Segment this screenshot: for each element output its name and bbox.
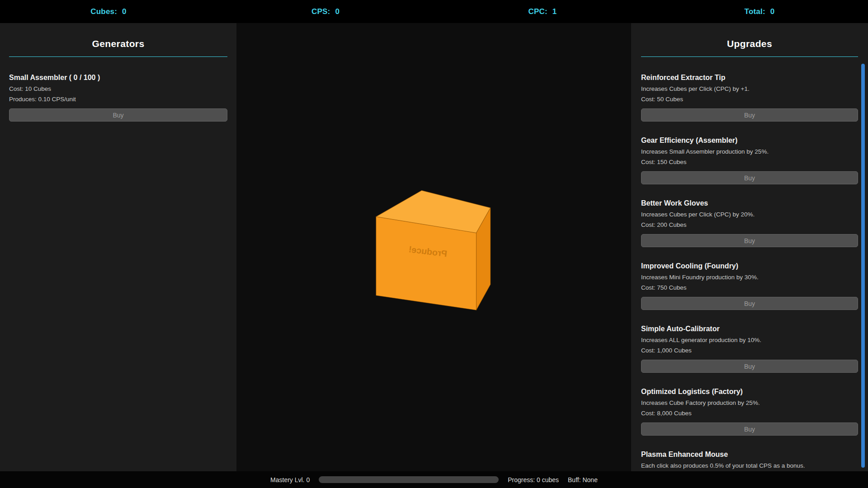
upgrade-name: Reinforced Extractor Tip: [641, 73, 858, 82]
generators-list: Small Assembler ( 0 / 100 ) Cost: 10 Cub…: [9, 73, 227, 122]
stat-cubes-label: Cubes:: [90, 7, 117, 16]
upgrade-name: Improved Cooling (Foundry): [641, 262, 858, 271]
buy-upgrade-button[interactable]: Buy: [641, 360, 858, 373]
upgrade-name: Optimized Logistics (Factory): [641, 387, 858, 396]
upgrade-item: Optimized Logistics (Factory) Increases …: [641, 387, 858, 436]
mastery-progress-bar: [319, 476, 499, 483]
stat-cps-value: 0: [335, 7, 340, 16]
mastery-footer: Mastery Lvl. 0 Progress: 0 cubes Buff: N…: [0, 471, 868, 488]
upgrade-cost: Cost: 200 Cubes: [641, 221, 858, 229]
generator-produces: Produces: 0.10 CPS/unit: [9, 95, 227, 103]
cube-front-face: [376, 216, 476, 310]
upgrade-cost: Cost: 750 Cubes: [641, 284, 858, 292]
upgrades-title: Upgrades: [641, 38, 858, 57]
upgrade-desc: Increases Mini Foundry production by 30%…: [641, 273, 858, 282]
stat-cps-label: CPS:: [311, 7, 330, 16]
mastery-level-label: Mastery Lvl. 0: [270, 476, 310, 483]
stat-cpc-label: CPC:: [528, 7, 547, 16]
buy-upgrade-button[interactable]: Buy: [641, 234, 858, 247]
upgrades-list: Reinforced Extractor Tip Increases Cubes…: [641, 73, 858, 471]
buff-label: Buff: None: [568, 476, 598, 483]
upgrade-name: Simple Auto-Calibrator: [641, 324, 858, 333]
buy-upgrade-button[interactable]: Buy: [641, 171, 858, 184]
upgrade-desc: Increases Cubes per Click (CPC) by +1.: [641, 85, 858, 93]
upgrade-cost: Cost: 50 Cubes: [641, 95, 858, 103]
upgrade-item: Plasma Enhanced Mouse Each click also pr…: [641, 450, 858, 471]
upgrade-cost: Cost: 1,000 Cubes: [641, 347, 858, 355]
upgrade-desc: Increases ALL generator production by 10…: [641, 336, 858, 344]
produce-cube-button[interactable]: Produce!: [373, 189, 494, 312]
generators-panel: Generators Small Assembler ( 0 / 100 ) C…: [0, 23, 236, 471]
buy-upgrade-button[interactable]: Buy: [641, 108, 858, 122]
upgrade-name: Gear Efficiency (Assembler): [641, 136, 858, 145]
upgrade-desc: Increases Cubes per Click (CPC) by 20%.: [641, 211, 858, 219]
cube-wrap: Produce!: [373, 189, 494, 312]
buy-upgrade-button[interactable]: Buy: [641, 422, 858, 436]
upgrade-item: Gear Efficiency (Assembler) Increases Sm…: [641, 136, 858, 184]
stat-cpc-value: 1: [552, 7, 557, 16]
upgrade-desc: Each click also produces 0.5% of your to…: [641, 462, 858, 470]
stat-cpc: CPC: 1: [434, 7, 651, 16]
upgrade-item: Improved Cooling (Foundry) Increases Min…: [641, 262, 858, 310]
generator-name: Small Assembler ( 0 / 100 ): [9, 73, 227, 82]
upgrade-desc: Increases Small Assembler production by …: [641, 148, 858, 156]
upgrade-item: Better Work Gloves Increases Cubes per C…: [641, 199, 858, 247]
upgrade-item: Simple Auto-Calibrator Increases ALL gen…: [641, 324, 858, 373]
clicker-stage: Produce!: [236, 23, 631, 471]
buy-upgrade-button[interactable]: Buy: [641, 297, 858, 310]
stat-cubes: Cubes: 0: [0, 7, 217, 16]
generators-title: Generators: [9, 38, 227, 57]
upgrade-name: Better Work Gloves: [641, 199, 858, 208]
stat-cps: CPS: 0: [217, 7, 434, 16]
upgrade-item: Reinforced Extractor Tip Increases Cubes…: [641, 73, 858, 122]
buy-generator-button[interactable]: Buy: [9, 108, 227, 122]
upgrades-panel: Upgrades Reinforced Extractor Tip Increa…: [631, 23, 868, 471]
generator-cost: Cost: 10 Cubes: [9, 85, 227, 93]
stat-total-label: Total:: [745, 7, 765, 16]
stat-cubes-value: 0: [122, 7, 127, 16]
mastery-progress-label: Progress: 0 cubes: [508, 476, 559, 483]
generator-item: Small Assembler ( 0 / 100 ) Cost: 10 Cub…: [9, 73, 227, 122]
stats-bar: Cubes: 0 CPS: 0 CPC: 1 Total: 0: [0, 0, 868, 23]
upgrades-scrollbar-thumb[interactable]: [861, 64, 865, 468]
upgrade-cost: Cost: 150 Cubes: [641, 158, 858, 166]
upgrade-name: Plasma Enhanced Mouse: [641, 450, 858, 459]
upgrade-cost: Cost: 8,000 Cubes: [641, 409, 858, 418]
upgrade-desc: Increases Cube Factory production by 25%…: [641, 399, 858, 407]
stat-total-value: 0: [770, 7, 775, 16]
stat-total: Total: 0: [651, 7, 868, 16]
main-area: Generators Small Assembler ( 0 / 100 ) C…: [0, 23, 868, 471]
